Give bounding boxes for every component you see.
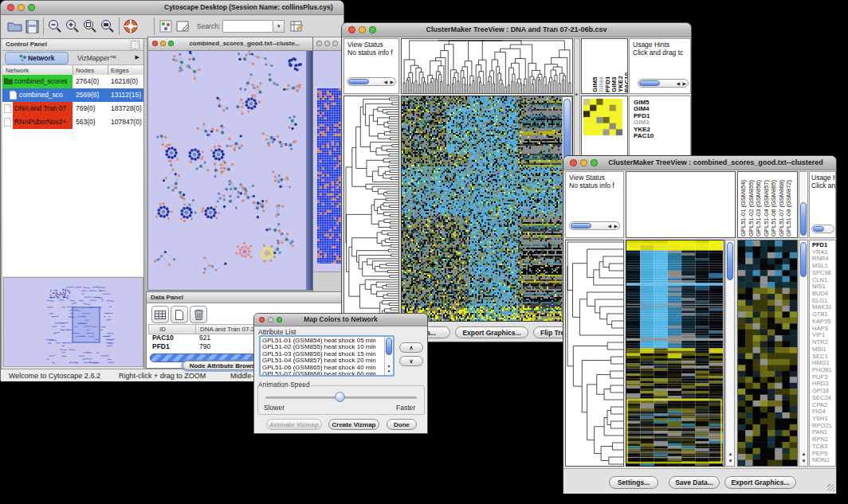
help-button[interactable] <box>122 17 139 36</box>
scrollbar-thumb[interactable] <box>800 242 807 277</box>
scroll-up-icon[interactable]: ▲ <box>802 451 807 456</box>
scroll-down-icon[interactable]: ▼ <box>728 459 733 463</box>
scroll-up-icon[interactable]: ▲ <box>387 363 391 368</box>
minimize-button[interactable] <box>324 41 330 46</box>
minimize-button[interactable] <box>580 159 587 166</box>
scrollbar-thumb[interactable] <box>727 242 733 280</box>
tv1-column-dendrogram-canvas[interactable] <box>402 39 572 93</box>
tab-vizmapper[interactable]: VizMapper™ <box>77 54 116 62</box>
scroll-left-icon[interactable]: ◀ <box>676 81 680 86</box>
zoom-button[interactable] <box>332 41 338 46</box>
tv2-labels-vscrollbar[interactable] <box>799 171 808 238</box>
tv2-heatmap-vscrollbar[interactable]: ▲ ▼ <box>725 240 735 467</box>
minimize-button[interactable] <box>18 4 25 11</box>
scrollbar-thumb[interactable] <box>813 226 824 232</box>
tv1-column-label[interactable]: GIM5 <box>591 76 598 92</box>
animate-vizmap-button[interactable]: Animate Vizmap <box>266 419 322 430</box>
tv2-genes-vscrollbar[interactable]: ▲ ▼ <box>799 240 808 467</box>
background-network-titlebar[interactable] <box>313 37 344 51</box>
network-view-canvas[interactable] <box>149 51 306 290</box>
tv1-column-label[interactable]: PFD1 <box>604 76 610 92</box>
tv1-column-label[interactable]: GIM4 <box>598 76 604 92</box>
slider-thumb[interactable] <box>335 392 345 402</box>
tv1-column-label[interactable]: YKE2 <box>617 76 623 92</box>
scroll-down-icon[interactable]: ▼ <box>802 459 807 463</box>
tv2-row-dendrogram-canvas[interactable] <box>566 240 623 466</box>
new-attribute-button[interactable] <box>171 306 188 323</box>
scrollbar-thumb[interactable] <box>639 80 660 86</box>
zoom-out-button[interactable] <box>46 17 64 36</box>
table-view-button[interactable] <box>151 306 169 323</box>
zoom-in-button[interactable] <box>64 17 81 36</box>
search-dropdown-button[interactable]: ▾ <box>273 20 285 33</box>
move-attribute-up-button[interactable]: ∧ <box>399 342 423 353</box>
scroll-left-icon[interactable]: ◀ <box>383 80 387 84</box>
treeview2-titlebar[interactable]: ClusterMaker TreeView : combined_scores_… <box>563 156 836 170</box>
tv1-zoom-matrix-canvas[interactable] <box>583 99 622 135</box>
column-header-nodes[interactable]: Nodes <box>76 67 94 74</box>
scroll-right-icon[interactable]: ▶ <box>614 224 618 229</box>
scroll-right-icon[interactable]: ▶ <box>682 81 686 86</box>
tv1-column-label[interactable]: GIM3 <box>610 76 617 92</box>
create-vizmap-button[interactable]: Create Vizmap <box>328 419 379 430</box>
background-network-canvas[interactable] <box>317 88 341 264</box>
tv1-heatmap-canvas[interactable] <box>402 96 562 321</box>
tv2-status-scrollbar[interactable]: ◀ ▶ <box>569 221 620 230</box>
network-row[interactable]: RNAPuberNov2+ 563(0) 107847(0) <box>2 115 143 129</box>
data-column-id[interactable]: ID <box>159 326 166 333</box>
tv2-column-dendrogram-panel[interactable] <box>626 171 736 238</box>
tv2-column-label[interactable]: GPL51-07 (GSM868) <box>778 180 786 236</box>
treeview1-titlebar[interactable]: ClusterMaker TreeView : DNA and Tran 07-… <box>342 23 691 37</box>
main-titlebar[interactable]: Cytoscape Desktop (Session Name: collins… <box>1 1 344 15</box>
tv2-export-graphics-button[interactable]: Export Graphics... <box>724 476 796 489</box>
scrollbar-thumb[interactable] <box>348 79 369 84</box>
network-row-selected[interactable]: combined_sco 2569(6) 13112(15) <box>2 88 143 102</box>
close-button[interactable] <box>7 4 14 11</box>
scrollbar-thumb[interactable] <box>571 223 591 229</box>
tv2-settings-button[interactable]: Settings... <box>609 476 658 489</box>
tv2-save-data-button[interactable]: Save Data... <box>669 476 720 489</box>
tv2-column-label[interactable]: GPL51-02 (GSM855) <box>748 180 756 236</box>
scroll-right-icon[interactable]: ▶ <box>390 80 394 84</box>
open-file-button[interactable] <box>6 17 23 36</box>
tv2-column-label[interactable]: GPL51-04 (GSM857) <box>763 180 771 236</box>
save-button[interactable] <box>23 17 41 36</box>
tv2-hints-scrollbar[interactable] <box>811 225 834 233</box>
close-button[interactable] <box>316 41 322 46</box>
done-button[interactable]: Done <box>387 419 417 430</box>
zoom-fit-button[interactable] <box>99 17 116 36</box>
network-view-titlebar[interactable]: combined_scores_good.txt--cluste... <box>148 37 312 51</box>
search-input[interactable] <box>222 20 273 33</box>
scroll-up-icon[interactable]: ▲ <box>728 451 733 456</box>
dialog-titlebar[interactable]: Map Colors to Network <box>254 314 427 326</box>
tv1-export-graphics-button[interactable]: Export Graphics... <box>455 326 528 338</box>
network-row[interactable]: combined_scores 2764(0) 16218(0) <box>2 75 143 88</box>
zoom-button[interactable] <box>28 4 35 11</box>
annotation-button[interactable] <box>175 17 192 36</box>
scroll-down-icon[interactable]: ▼ <box>387 369 391 373</box>
network-row[interactable]: DNA and Tran 07 769(0) 183728(0) <box>2 102 143 115</box>
tab-network[interactable]: Network <box>5 52 69 64</box>
tv2-gene-label[interactable]: MON2 <box>812 457 832 464</box>
attribute-browser-toolbar-button[interactable] <box>289 17 306 36</box>
data-panel-titlebar[interactable]: Data Panel <box>147 292 342 303</box>
tv1-row-dendrogram-canvas[interactable] <box>344 96 398 321</box>
attribute-list-item[interactable]: GPL51-07 (GSM868) heat shock 60 min <box>262 371 391 377</box>
move-attribute-down-button[interactable]: ∨ <box>399 356 423 366</box>
zoom-selected-button[interactable] <box>81 17 99 36</box>
minimize-button[interactable] <box>160 41 166 46</box>
tv2-heatmap-canvas[interactable] <box>626 240 723 466</box>
tv1-hints-scrollbar[interactable]: ◀ ▶ <box>638 79 689 88</box>
attribute-list-scrollbar[interactable]: ▲ ▼ <box>384 337 393 375</box>
scrollbar-thumb[interactable] <box>800 202 807 236</box>
tv2-zoom-heatmap-canvas[interactable] <box>738 240 797 466</box>
tv1-column-label[interactable]: PAC10 <box>623 72 628 92</box>
close-button[interactable] <box>570 159 577 166</box>
scrollbar-thumb[interactable] <box>386 338 392 355</box>
delete-attribute-button[interactable] <box>190 306 207 323</box>
birdseye-canvas[interactable] <box>3 277 143 367</box>
zoom-button[interactable] <box>591 159 598 166</box>
float-panel-icon[interactable] <box>131 41 139 49</box>
zoom-button[interactable] <box>168 41 174 46</box>
tv2-column-label[interactable]: GPL51-06 (GSM865) <box>770 180 778 236</box>
